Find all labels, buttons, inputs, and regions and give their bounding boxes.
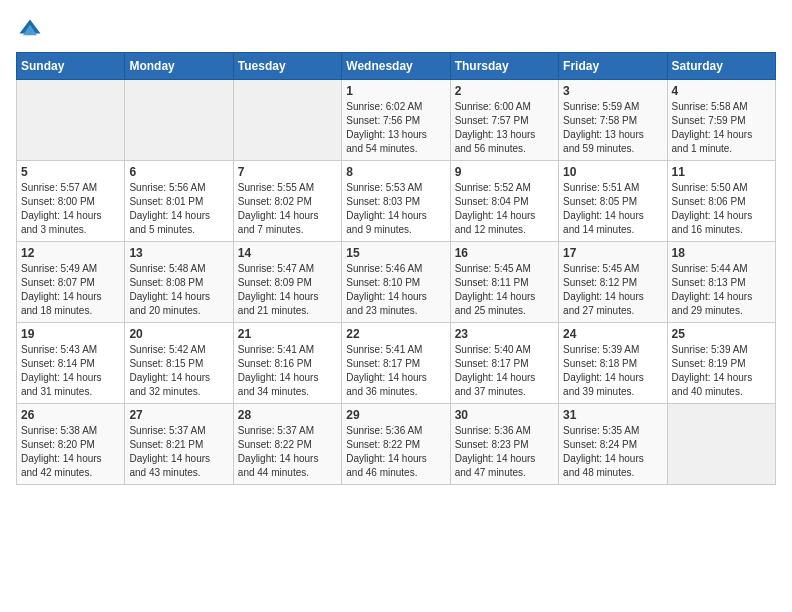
daylight-text: Daylight: 14 hours and 3 minutes. bbox=[21, 209, 120, 237]
sunset-text: Sunset: 8:14 PM bbox=[21, 357, 120, 371]
calendar-week-row: 12Sunrise: 5:49 AMSunset: 8:07 PMDayligh… bbox=[17, 242, 776, 323]
day-number: 26 bbox=[21, 408, 120, 422]
weekday-header-monday: Monday bbox=[125, 53, 233, 80]
sunset-text: Sunset: 7:58 PM bbox=[563, 114, 662, 128]
daylight-text: Daylight: 14 hours and 32 minutes. bbox=[129, 371, 228, 399]
sunset-text: Sunset: 8:04 PM bbox=[455, 195, 554, 209]
sunrise-text: Sunrise: 5:53 AM bbox=[346, 181, 445, 195]
calendar-cell: 23Sunrise: 5:40 AMSunset: 8:17 PMDayligh… bbox=[450, 323, 558, 404]
day-info: Sunrise: 5:50 AMSunset: 8:06 PMDaylight:… bbox=[672, 181, 771, 237]
daylight-text: Daylight: 14 hours and 18 minutes. bbox=[21, 290, 120, 318]
day-info: Sunrise: 5:48 AMSunset: 8:08 PMDaylight:… bbox=[129, 262, 228, 318]
sunset-text: Sunset: 8:23 PM bbox=[455, 438, 554, 452]
sunrise-text: Sunrise: 5:59 AM bbox=[563, 100, 662, 114]
day-info: Sunrise: 5:53 AMSunset: 8:03 PMDaylight:… bbox=[346, 181, 445, 237]
day-info: Sunrise: 5:37 AMSunset: 8:22 PMDaylight:… bbox=[238, 424, 337, 480]
calendar-cell: 6Sunrise: 5:56 AMSunset: 8:01 PMDaylight… bbox=[125, 161, 233, 242]
day-info: Sunrise: 5:39 AMSunset: 8:19 PMDaylight:… bbox=[672, 343, 771, 399]
daylight-text: Daylight: 14 hours and 16 minutes. bbox=[672, 209, 771, 237]
day-number: 8 bbox=[346, 165, 445, 179]
calendar-cell bbox=[17, 80, 125, 161]
day-number: 20 bbox=[129, 327, 228, 341]
day-number: 29 bbox=[346, 408, 445, 422]
sunset-text: Sunset: 8:12 PM bbox=[563, 276, 662, 290]
day-number: 11 bbox=[672, 165, 771, 179]
sunset-text: Sunset: 8:22 PM bbox=[238, 438, 337, 452]
sunset-text: Sunset: 8:21 PM bbox=[129, 438, 228, 452]
day-info: Sunrise: 5:42 AMSunset: 8:15 PMDaylight:… bbox=[129, 343, 228, 399]
day-info: Sunrise: 5:36 AMSunset: 8:22 PMDaylight:… bbox=[346, 424, 445, 480]
sunset-text: Sunset: 8:11 PM bbox=[455, 276, 554, 290]
daylight-text: Daylight: 14 hours and 42 minutes. bbox=[21, 452, 120, 480]
daylight-text: Daylight: 14 hours and 20 minutes. bbox=[129, 290, 228, 318]
calendar-cell: 25Sunrise: 5:39 AMSunset: 8:19 PMDayligh… bbox=[667, 323, 775, 404]
day-info: Sunrise: 5:41 AMSunset: 8:17 PMDaylight:… bbox=[346, 343, 445, 399]
sunrise-text: Sunrise: 5:38 AM bbox=[21, 424, 120, 438]
day-number: 13 bbox=[129, 246, 228, 260]
sunrise-text: Sunrise: 5:46 AM bbox=[346, 262, 445, 276]
daylight-text: Daylight: 14 hours and 14 minutes. bbox=[563, 209, 662, 237]
logo-icon bbox=[16, 16, 44, 44]
sunset-text: Sunset: 8:05 PM bbox=[563, 195, 662, 209]
sunrise-text: Sunrise: 5:48 AM bbox=[129, 262, 228, 276]
day-info: Sunrise: 5:37 AMSunset: 8:21 PMDaylight:… bbox=[129, 424, 228, 480]
calendar-cell: 26Sunrise: 5:38 AMSunset: 8:20 PMDayligh… bbox=[17, 404, 125, 485]
day-number: 3 bbox=[563, 84, 662, 98]
sunset-text: Sunset: 8:16 PM bbox=[238, 357, 337, 371]
daylight-text: Daylight: 14 hours and 44 minutes. bbox=[238, 452, 337, 480]
sunrise-text: Sunrise: 5:47 AM bbox=[238, 262, 337, 276]
day-number: 17 bbox=[563, 246, 662, 260]
sunset-text: Sunset: 8:24 PM bbox=[563, 438, 662, 452]
sunrise-text: Sunrise: 5:35 AM bbox=[563, 424, 662, 438]
day-number: 27 bbox=[129, 408, 228, 422]
sunrise-text: Sunrise: 5:36 AM bbox=[346, 424, 445, 438]
sunset-text: Sunset: 8:07 PM bbox=[21, 276, 120, 290]
day-info: Sunrise: 5:43 AMSunset: 8:14 PMDaylight:… bbox=[21, 343, 120, 399]
daylight-text: Daylight: 14 hours and 23 minutes. bbox=[346, 290, 445, 318]
day-info: Sunrise: 5:55 AMSunset: 8:02 PMDaylight:… bbox=[238, 181, 337, 237]
calendar-cell: 11Sunrise: 5:50 AMSunset: 8:06 PMDayligh… bbox=[667, 161, 775, 242]
sunset-text: Sunset: 8:09 PM bbox=[238, 276, 337, 290]
day-info: Sunrise: 5:44 AMSunset: 8:13 PMDaylight:… bbox=[672, 262, 771, 318]
daylight-text: Daylight: 14 hours and 21 minutes. bbox=[238, 290, 337, 318]
calendar-cell: 31Sunrise: 5:35 AMSunset: 8:24 PMDayligh… bbox=[559, 404, 667, 485]
daylight-text: Daylight: 13 hours and 54 minutes. bbox=[346, 128, 445, 156]
daylight-text: Daylight: 14 hours and 25 minutes. bbox=[455, 290, 554, 318]
calendar-week-row: 1Sunrise: 6:02 AMSunset: 7:56 PMDaylight… bbox=[17, 80, 776, 161]
daylight-text: Daylight: 14 hours and 34 minutes. bbox=[238, 371, 337, 399]
sunset-text: Sunset: 8:00 PM bbox=[21, 195, 120, 209]
day-info: Sunrise: 5:40 AMSunset: 8:17 PMDaylight:… bbox=[455, 343, 554, 399]
sunset-text: Sunset: 8:10 PM bbox=[346, 276, 445, 290]
daylight-text: Daylight: 14 hours and 43 minutes. bbox=[129, 452, 228, 480]
daylight-text: Daylight: 14 hours and 9 minutes. bbox=[346, 209, 445, 237]
daylight-text: Daylight: 13 hours and 56 minutes. bbox=[455, 128, 554, 156]
sunset-text: Sunset: 8:19 PM bbox=[672, 357, 771, 371]
calendar-cell: 10Sunrise: 5:51 AMSunset: 8:05 PMDayligh… bbox=[559, 161, 667, 242]
daylight-text: Daylight: 13 hours and 59 minutes. bbox=[563, 128, 662, 156]
sunrise-text: Sunrise: 5:41 AM bbox=[238, 343, 337, 357]
day-info: Sunrise: 5:58 AMSunset: 7:59 PMDaylight:… bbox=[672, 100, 771, 156]
calendar-cell bbox=[233, 80, 341, 161]
weekday-header-saturday: Saturday bbox=[667, 53, 775, 80]
sunrise-text: Sunrise: 5:51 AM bbox=[563, 181, 662, 195]
sunrise-text: Sunrise: 5:45 AM bbox=[563, 262, 662, 276]
sunset-text: Sunset: 8:01 PM bbox=[129, 195, 228, 209]
calendar-cell: 1Sunrise: 6:02 AMSunset: 7:56 PMDaylight… bbox=[342, 80, 450, 161]
calendar-cell: 9Sunrise: 5:52 AMSunset: 8:04 PMDaylight… bbox=[450, 161, 558, 242]
page-header bbox=[16, 16, 776, 44]
sunset-text: Sunset: 7:59 PM bbox=[672, 114, 771, 128]
sunrise-text: Sunrise: 5:39 AM bbox=[672, 343, 771, 357]
sunrise-text: Sunrise: 5:37 AM bbox=[238, 424, 337, 438]
sunrise-text: Sunrise: 6:02 AM bbox=[346, 100, 445, 114]
day-number: 23 bbox=[455, 327, 554, 341]
sunrise-text: Sunrise: 6:00 AM bbox=[455, 100, 554, 114]
calendar-table: SundayMondayTuesdayWednesdayThursdayFrid… bbox=[16, 52, 776, 485]
sunrise-text: Sunrise: 5:44 AM bbox=[672, 262, 771, 276]
calendar-cell: 30Sunrise: 5:36 AMSunset: 8:23 PMDayligh… bbox=[450, 404, 558, 485]
calendar-cell: 14Sunrise: 5:47 AMSunset: 8:09 PMDayligh… bbox=[233, 242, 341, 323]
day-number: 16 bbox=[455, 246, 554, 260]
weekday-header-wednesday: Wednesday bbox=[342, 53, 450, 80]
day-number: 31 bbox=[563, 408, 662, 422]
day-number: 7 bbox=[238, 165, 337, 179]
day-number: 1 bbox=[346, 84, 445, 98]
